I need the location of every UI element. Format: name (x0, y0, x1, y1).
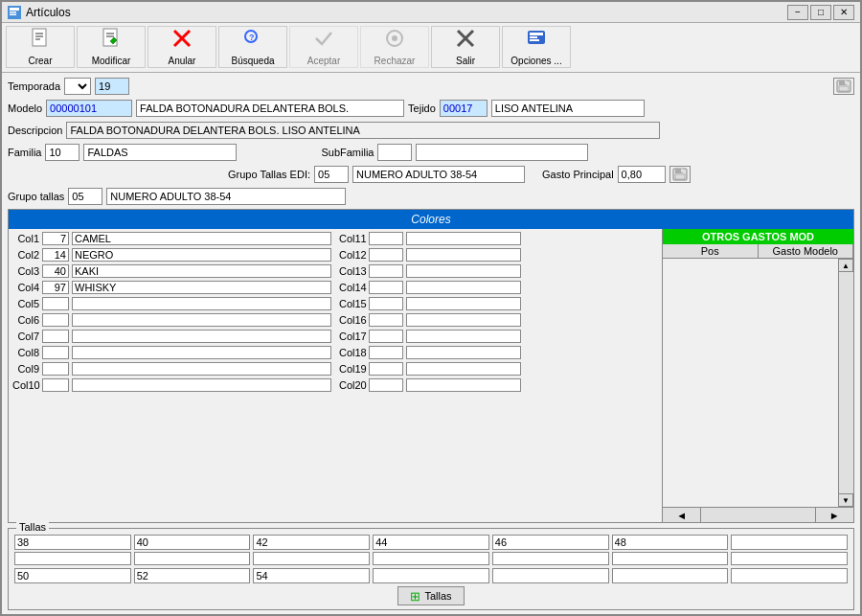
col4-name[interactable] (72, 281, 331, 294)
talla-extra1[interactable] (731, 535, 848, 550)
col3-name[interactable] (72, 264, 331, 278)
gasto-principal-input[interactable] (618, 166, 666, 183)
modificar-button[interactable]: Modificar (77, 26, 146, 68)
col7-name[interactable] (72, 330, 331, 343)
close-button[interactable]: ✕ (833, 5, 854, 20)
talla-50[interactable] (14, 568, 131, 583)
gasto-save-button[interactable] (669, 166, 691, 183)
col4-num[interactable] (42, 281, 69, 294)
grupo-tallas-desc[interactable] (106, 188, 346, 205)
modelo-input[interactable] (46, 100, 132, 117)
col19-num[interactable] (369, 362, 403, 376)
col9-name[interactable] (72, 362, 331, 376)
talla-54[interactable] (253, 568, 370, 583)
talla-44-sub[interactable] (373, 552, 489, 565)
col2-num[interactable] (42, 248, 69, 262)
subfamilia-desc-input[interactable] (416, 144, 588, 161)
col8-name[interactable] (72, 346, 331, 359)
minimize-button[interactable]: − (787, 5, 808, 20)
grupo-tallas-edi-desc[interactable] (352, 166, 525, 183)
col6-name[interactable] (72, 313, 331, 327)
col12-num[interactable] (369, 248, 403, 262)
col9-num[interactable] (42, 362, 69, 376)
grupo-tallas-edi-num[interactable] (314, 166, 349, 183)
col2-name[interactable] (72, 248, 331, 262)
col14-name[interactable] (406, 281, 521, 294)
talla-48-sub[interactable] (612, 552, 729, 565)
col5-num[interactable] (42, 297, 69, 310)
talla-40-sub[interactable] (134, 552, 251, 565)
talla-42-sub[interactable] (253, 552, 370, 565)
talla-46[interactable] (492, 535, 609, 550)
col17-name[interactable] (406, 330, 521, 343)
aceptar-label: Aceptar (307, 56, 340, 66)
familia-desc-input[interactable] (83, 144, 237, 161)
familia-num-input[interactable] (45, 144, 79, 161)
subfamilia-num-input[interactable] (377, 144, 412, 161)
col18-name[interactable] (406, 346, 521, 359)
talla-48[interactable] (612, 535, 729, 550)
col7-num[interactable] (42, 330, 69, 343)
col5-name[interactable] (72, 297, 331, 310)
talla-42[interactable] (253, 535, 370, 550)
col13-num[interactable] (369, 264, 403, 278)
talla-empty5[interactable] (492, 568, 609, 583)
col15-name[interactable] (406, 297, 521, 310)
col20-num[interactable] (369, 378, 403, 392)
talla-44[interactable] (373, 535, 489, 550)
rechazar-icon (384, 28, 405, 54)
col18-num[interactable] (369, 346, 403, 359)
talla-38[interactable] (14, 535, 131, 550)
talla-38-sub[interactable] (14, 552, 131, 565)
col11-num[interactable] (369, 232, 403, 245)
col3-num[interactable] (42, 264, 69, 278)
col16-name[interactable] (406, 313, 521, 327)
talla-empty7[interactable] (731, 568, 848, 583)
col14-num[interactable] (369, 281, 403, 294)
col20-name[interactable] (406, 378, 521, 392)
rechazar-button[interactable]: Rechazar (360, 26, 429, 68)
col16-num[interactable] (369, 313, 403, 327)
hscroll-right-button[interactable]: ► (829, 510, 840, 521)
col13-name[interactable] (406, 264, 521, 278)
talla-46-sub[interactable] (492, 552, 609, 565)
hscroll-left-button[interactable]: ◄ (676, 510, 687, 521)
talla-extra1-sub[interactable] (731, 552, 848, 565)
col1-name[interactable] (72, 232, 331, 245)
temporada-input2[interactable] (95, 78, 129, 95)
tallas-btn-label: Tallas (424, 590, 451, 602)
tejido-input[interactable] (440, 100, 488, 117)
col17-num[interactable] (369, 330, 403, 343)
col19-name[interactable] (406, 362, 521, 376)
save-button[interactable] (833, 78, 854, 95)
crear-button[interactable]: Crear (6, 26, 75, 68)
temporada-select1[interactable]: I (64, 78, 91, 95)
talla-52[interactable] (134, 568, 251, 583)
col15-num[interactable] (369, 297, 403, 310)
col20-label: Col20 (339, 379, 366, 391)
col1-num[interactable] (42, 232, 69, 245)
salir-button[interactable]: Salir (431, 26, 500, 68)
col10-name[interactable] (72, 378, 331, 392)
tallas-button[interactable]: ⊞ Tallas (397, 586, 464, 605)
scroll-up-button[interactable]: ▲ (838, 259, 853, 272)
svg-rect-26 (839, 86, 849, 91)
aceptar-button[interactable]: Aceptar (289, 26, 358, 68)
scroll-down-button[interactable]: ▼ (838, 493, 853, 507)
talla-empty6[interactable] (612, 568, 729, 583)
tejido-desc-input[interactable] (491, 100, 645, 117)
anular-button[interactable]: Anular (147, 26, 216, 68)
opciones-button[interactable]: Opciones ... (502, 26, 571, 68)
col6-num[interactable] (42, 313, 69, 327)
busqueda-button[interactable]: ? Búsqueda (218, 26, 287, 68)
modelo-desc-input[interactable] (136, 100, 404, 117)
talla-40[interactable] (134, 535, 251, 550)
col10-num[interactable] (42, 378, 69, 392)
col11-name[interactable] (406, 232, 521, 245)
col12-name[interactable] (406, 248, 521, 262)
maximize-button[interactable]: □ (810, 5, 831, 20)
talla-empty4[interactable] (373, 568, 489, 583)
col8-num[interactable] (42, 346, 69, 359)
grupo-tallas-num[interactable] (68, 188, 102, 205)
anular-icon (171, 28, 193, 54)
